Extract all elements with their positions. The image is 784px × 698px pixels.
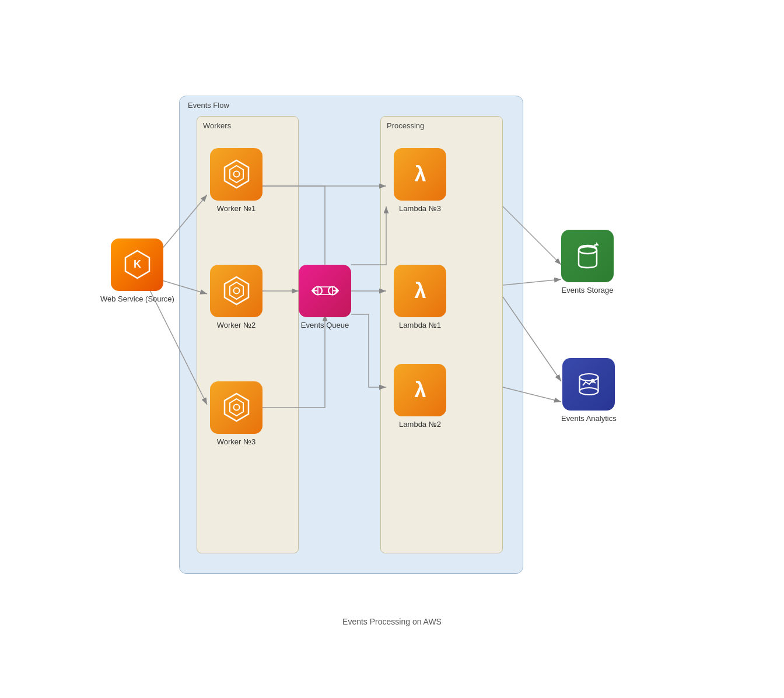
events-analytics-label: Events Analytics — [561, 414, 617, 423]
lambda1-icon: λ — [404, 275, 436, 307]
svg-point-29 — [579, 247, 597, 254]
lambda1-label: Lambda №1 — [399, 321, 441, 329]
web-service-label: Web Service (Source) — [100, 294, 174, 303]
web-service-node: K Web Service (Source) — [100, 238, 174, 303]
processing-label: Processing — [387, 121, 424, 130]
lambda2-node: λ Lambda №2 — [394, 364, 446, 429]
diagram-container: Events Flow Workers Processing — [71, 72, 713, 626]
svg-point-17 — [233, 288, 239, 294]
web-service-icon: K — [121, 248, 153, 280]
svg-marker-18 — [225, 394, 249, 421]
lambda3-node: λ Lambda №3 — [394, 148, 446, 213]
svg-marker-12 — [225, 160, 249, 188]
svg-marker-19 — [230, 399, 243, 416]
lambda2-icon-box: λ — [394, 364, 446, 416]
svg-text:λ: λ — [414, 378, 426, 402]
worker2-icon-box — [210, 265, 262, 317]
svg-marker-15 — [225, 277, 249, 304]
events-queue-icon-box — [299, 265, 351, 317]
lambda1-node: λ Lambda №1 — [394, 265, 446, 329]
events-storage-icon-box — [561, 230, 614, 282]
worker1-node: Worker №1 — [210, 148, 262, 213]
workers-label: Workers — [203, 121, 231, 130]
svg-text:λ: λ — [414, 162, 426, 186]
svg-marker-13 — [230, 166, 243, 183]
lambda1-icon-box: λ — [394, 265, 446, 317]
events-analytics-icon — [573, 368, 605, 400]
events-flow-label: Events Flow — [188, 101, 229, 110]
svg-point-34 — [579, 388, 598, 395]
worker2-node: Worker №2 — [210, 265, 262, 329]
events-queue-icon — [309, 275, 341, 307]
lambda2-label: Lambda №2 — [399, 420, 441, 429]
lambda3-label: Lambda №3 — [399, 204, 441, 213]
svg-point-14 — [233, 171, 239, 177]
worker2-icon — [220, 275, 253, 307]
lambda3-icon-box: λ — [394, 148, 446, 201]
svg-text:λ: λ — [414, 279, 426, 303]
events-queue-node: Events Queue — [299, 265, 351, 329]
worker3-icon-box — [210, 381, 262, 434]
lambda3-icon: λ — [404, 158, 436, 190]
svg-marker-16 — [230, 282, 243, 299]
diagram-caption: Events Processing on AWS — [342, 617, 442, 626]
events-storage-label: Events Storage — [562, 286, 614, 294]
events-analytics-node: Events Analytics — [561, 358, 617, 423]
svg-rect-23 — [318, 287, 332, 294]
svg-point-31 — [579, 374, 598, 381]
events-storage-node: Events Storage — [561, 230, 614, 294]
worker3-label: Worker №3 — [217, 437, 256, 446]
worker1-label: Worker №1 — [217, 204, 256, 213]
svg-point-20 — [233, 405, 239, 411]
worker3-icon — [220, 391, 253, 423]
worker2-label: Worker №2 — [217, 321, 256, 329]
web-service-icon-box: K — [111, 238, 163, 291]
events-analytics-icon-box — [562, 358, 615, 411]
svg-text:K: K — [134, 258, 141, 270]
events-storage-icon — [572, 240, 604, 272]
lambda2-icon: λ — [404, 374, 436, 406]
events-queue-label: Events Queue — [301, 321, 349, 329]
worker1-icon-box — [210, 148, 262, 201]
worker3-node: Worker №3 — [210, 381, 262, 446]
worker1-icon — [220, 158, 253, 190]
